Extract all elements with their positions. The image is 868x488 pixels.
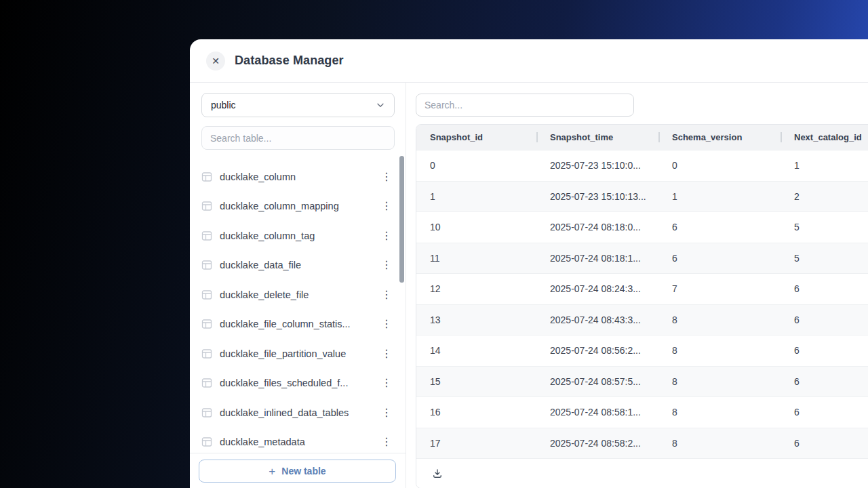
sidebar-table-item[interactable]: ducklake_delete_file⋮ — [201, 280, 395, 310]
table-cell: 10 — [416, 222, 536, 232]
schema-select[interactable]: public — [201, 93, 395, 117]
table-cell: 8 — [658, 314, 781, 325]
sidebar-scrollbar-thumb[interactable] — [399, 156, 404, 283]
table-cell: 11 — [416, 253, 536, 264]
table-cell: 1 — [658, 191, 781, 202]
download-icon[interactable] — [430, 466, 445, 481]
table-name: ducklake_file_partition_value — [220, 348, 371, 359]
table-row[interactable]: 122025-07-24 08:24:3...76 — [416, 273, 868, 304]
table-name: ducklake_file_column_statis... — [220, 319, 371, 329]
table-cell: 8 — [658, 345, 781, 356]
table-row[interactable]: 142025-07-24 08:56:2...86 — [416, 335, 868, 366]
table-cell: 6 — [781, 438, 868, 449]
sidebar-table-item[interactable]: ducklake_file_partition_value⋮ — [201, 339, 395, 369]
kebab-menu-icon[interactable]: ⋮ — [378, 347, 395, 361]
table-cell: 0 — [416, 160, 536, 171]
table-cell: 6 — [658, 222, 781, 232]
new-table-button[interactable]: + New table — [199, 460, 396, 483]
kebab-menu-icon[interactable]: ⋮ — [378, 199, 395, 213]
table-icon — [201, 436, 212, 447]
table-cell: 2025-07-24 08:56:2... — [536, 345, 658, 356]
table-row[interactable]: 12025-07-23 15:10:13...12 — [416, 181, 868, 212]
kebab-menu-icon[interactable]: ⋮ — [378, 258, 395, 272]
table-cell: 2025-07-24 08:43:3... — [536, 314, 658, 325]
table-row[interactable]: 132025-07-24 08:43:3...86 — [416, 304, 868, 336]
column-header[interactable]: Schema_version — [658, 125, 781, 150]
kebab-menu-icon[interactable]: ⋮ — [378, 317, 395, 331]
table-cell: 2025-07-23 15:10:13... — [536, 191, 658, 202]
table-cell: 2025-07-24 08:18:1... — [536, 253, 658, 264]
table-cell: 6 — [781, 283, 868, 294]
kebab-menu-icon[interactable]: ⋮ — [378, 435, 395, 449]
table-name: ducklake_metadata — [220, 436, 371, 447]
kebab-menu-icon[interactable]: ⋮ — [378, 406, 395, 420]
table-name: ducklake_inlined_data_tables — [220, 407, 371, 418]
table-icon — [201, 289, 212, 300]
kebab-menu-icon[interactable]: ⋮ — [378, 376, 395, 390]
main-content: Snapshot_idSnapshot_timeSchema_versionNe… — [406, 83, 868, 488]
kebab-menu-icon[interactable]: ⋮ — [378, 288, 395, 302]
table-cell: 15 — [416, 376, 536, 387]
table-cell: 8 — [658, 438, 781, 449]
modal-body: public ducklake_column⋮ducklake_column_m… — [190, 83, 868, 488]
table-cell: 1 — [416, 191, 536, 202]
table-cell: 2025-07-24 08:58:2... — [536, 438, 658, 449]
table-row[interactable]: 102025-07-24 08:18:0...65 — [416, 211, 868, 243]
table-list: ducklake_column⋮ducklake_column_mapping⋮… — [201, 162, 395, 453]
sidebar-table-item[interactable]: ducklake_file_column_statis...⋮ — [201, 310, 395, 340]
chevron-down-icon — [376, 100, 385, 110]
modal-header: ✕ Database Manager — [190, 39, 868, 83]
table-icon — [201, 407, 212, 418]
table-cell: 5 — [781, 253, 868, 264]
table-row[interactable]: 152025-07-24 08:57:5...86 — [416, 366, 868, 397]
sidebar-table-item[interactable]: ducklake_inlined_data_tables⋮ — [201, 398, 395, 428]
table-cell: 6 — [658, 253, 781, 264]
table-cell: 6 — [781, 376, 868, 387]
kebab-menu-icon[interactable]: ⋮ — [378, 170, 395, 184]
column-header[interactable]: Snapshot_id — [416, 125, 536, 150]
table-body: 02025-07-23 15:10:0...0112025-07-23 15:1… — [416, 150, 868, 458]
sidebar-table-item[interactable]: ducklake_column_tag⋮ — [201, 221, 395, 251]
table-icon — [201, 348, 212, 359]
sidebar-table-item[interactable]: ducklake_files_scheduled_f...⋮ — [201, 369, 395, 399]
table-cell: 8 — [658, 376, 781, 387]
table-cell: 16 — [416, 407, 536, 418]
column-header[interactable]: Next_catalog_id — [781, 125, 868, 150]
table-icon — [201, 378, 212, 388]
table-cell: 13 — [416, 314, 536, 325]
close-button[interactable]: ✕ — [206, 52, 225, 70]
table-row[interactable]: 112025-07-24 08:18:1...65 — [416, 243, 868, 274]
table-cell: 14 — [416, 345, 536, 356]
table-row[interactable]: 172025-07-24 08:58:2...86 — [416, 428, 868, 459]
kebab-menu-icon[interactable]: ⋮ — [378, 229, 395, 243]
table-name: ducklake_files_scheduled_f... — [220, 378, 371, 388]
table-row[interactable]: 162025-07-24 08:58:1...86 — [416, 396, 868, 428]
database-manager-modal: ✕ Database Manager public ducklake_colum… — [190, 39, 868, 488]
table-cell: 2025-07-24 08:24:3... — [536, 283, 658, 294]
schema-select-value: public — [211, 100, 236, 110]
table-cell: 2025-07-24 08:18:0... — [536, 222, 658, 232]
plus-icon: + — [269, 466, 275, 477]
search-input[interactable] — [416, 94, 634, 117]
search-table-input[interactable] — [201, 126, 395, 150]
table-cell: 17 — [416, 438, 536, 449]
table-icon — [201, 319, 212, 329]
table-cell: 2025-07-24 08:58:1... — [536, 407, 658, 418]
table-name: ducklake_delete_file — [220, 289, 371, 300]
table-row[interactable]: 02025-07-23 15:10:0...01 — [416, 150, 868, 181]
table-cell: 6 — [781, 345, 868, 356]
column-header[interactable]: Snapshot_time — [536, 125, 658, 150]
sidebar-table-item[interactable]: ducklake_column⋮ — [201, 162, 395, 192]
table-cell: 8 — [658, 407, 781, 418]
sidebar-table-item[interactable]: ducklake_column_mapping⋮ — [201, 192, 395, 222]
table-cell: 1 — [781, 160, 868, 171]
sidebar-table-item[interactable]: ducklake_data_file⋮ — [201, 251, 395, 281]
table-name: ducklake_column — [220, 171, 371, 182]
sidebar-table-item[interactable]: ducklake_metadata⋮ — [201, 428, 395, 453]
table-cell: 2 — [781, 191, 868, 202]
table-icon — [201, 230, 212, 241]
sidebar-footer: + New table — [190, 453, 406, 488]
table-cell: 6 — [781, 314, 868, 325]
table-name: ducklake_column_mapping — [220, 201, 371, 211]
table-footer — [416, 458, 868, 488]
